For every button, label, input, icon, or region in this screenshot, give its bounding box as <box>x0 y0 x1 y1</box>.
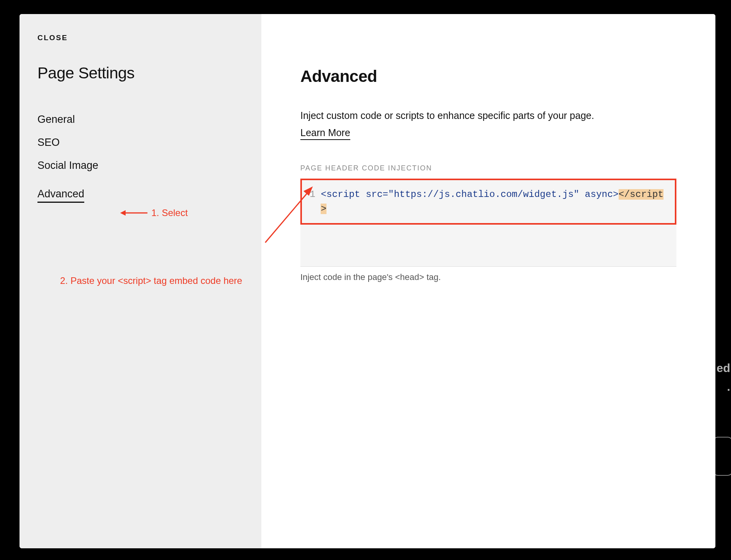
nav-item-seo[interactable]: SEO <box>37 131 60 154</box>
nav-item-general[interactable]: General <box>37 108 75 131</box>
line-number: 1 <box>310 187 315 202</box>
annotation-step1: 1. Select <box>120 207 188 218</box>
code-token-attr-src: src= <box>360 189 388 200</box>
learn-more-link[interactable]: Learn More <box>300 127 350 140</box>
arrow-left-icon <box>120 209 147 217</box>
background-edge-box <box>713 437 731 476</box>
code-token-tag-open: <script <box>321 189 360 200</box>
settings-main-content: Advanced Inject custom code or scripts t… <box>261 14 715 548</box>
nav-item-advanced[interactable]: Advanced <box>37 183 84 203</box>
code-helper-text: Inject code in the page's <head> tag. <box>300 272 676 282</box>
edge-line-1: ed <box>717 359 730 377</box>
code-token-src-value: "https://js.chatlio.com/widget.js" <box>388 189 579 200</box>
close-button[interactable]: CLOSE <box>37 34 243 42</box>
content-heading: Advanced <box>300 67 676 86</box>
code-token-gt: > <box>613 189 618 200</box>
code-editor-extra-space[interactable] <box>300 225 676 267</box>
code-token-attr-async: async <box>585 189 613 200</box>
settings-nav: General SEO Social Image Advanced <box>37 108 243 203</box>
nav-item-social-image[interactable]: Social Image <box>37 154 98 177</box>
svg-marker-1 <box>120 210 126 216</box>
code-line-1: 1 <script src="https://js.chatlio.com/wi… <box>310 187 667 216</box>
page-settings-modal: CLOSE Page Settings General SEO Social I… <box>20 14 715 548</box>
edge-line-2: . <box>717 377 730 396</box>
background-edge-text: ed . <box>717 359 731 396</box>
code-content[interactable]: <script src="https://js.chatlio.com/widg… <box>321 187 667 216</box>
code-editor[interactable]: 1 <script src="https://js.chatlio.com/wi… <box>300 179 676 225</box>
content-description: Inject custom code or scripts to enhance… <box>300 108 676 123</box>
annotation-step1-label: 1. Select <box>151 207 188 218</box>
page-title: Page Settings <box>37 64 243 82</box>
code-injection-label: PAGE HEADER CODE INJECTION <box>300 164 676 172</box>
settings-sidebar: CLOSE Page Settings General SEO Social I… <box>20 14 261 548</box>
